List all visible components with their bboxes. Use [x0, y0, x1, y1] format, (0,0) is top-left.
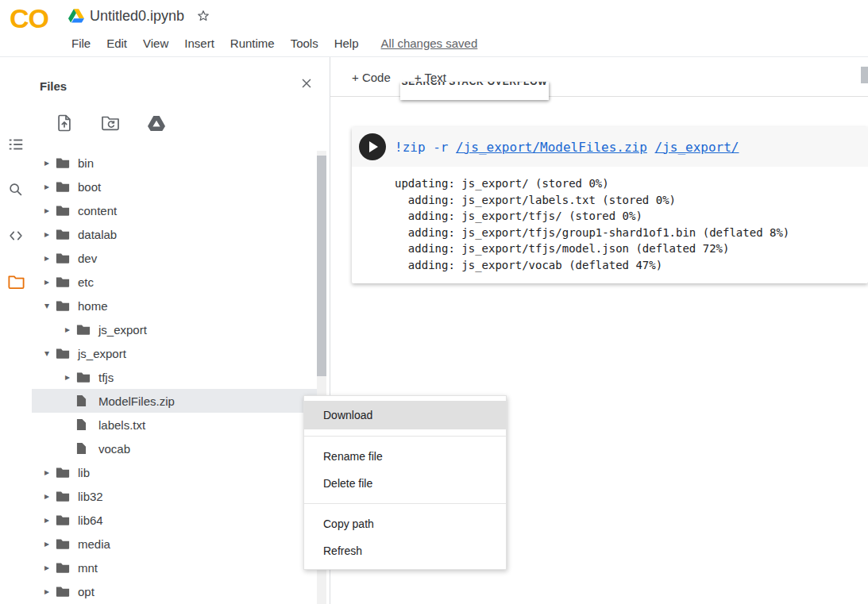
cell-output: updating: js_export/ (stored 0%) adding:… — [395, 167, 865, 273]
upload-icon[interactable] — [54, 113, 75, 133]
tree-item-label: home — [78, 299, 108, 313]
tree-item-content[interactable]: ▸content — [32, 198, 317, 222]
folder-icon[interactable] — [0, 266, 32, 298]
chevron-right-icon[interactable]: ▸ — [38, 562, 56, 573]
menu-insert[interactable]: Insert — [176, 37, 222, 50]
tree-item-opt[interactable]: ▸opt — [32, 579, 317, 603]
tree-item-datalab[interactable]: ▸datalab — [32, 222, 317, 246]
chevron-right-icon[interactable]: ▸ — [38, 538, 56, 549]
tree-item-label: lib64 — [78, 514, 103, 527]
tree-item-mnt[interactable]: ▸mnt — [32, 556, 317, 579]
cell-code-area: !zip -r /js_export/ModelFiles.zip /js_ex… — [352, 127, 868, 167]
file-tree: ▸bin▸boot▸content▸datalab▸dev▸etc▾home▸j… — [32, 151, 317, 603]
folder-icon — [56, 252, 76, 264]
run-cell-button[interactable] — [359, 133, 386, 160]
close-icon[interactable] — [298, 75, 315, 92]
folder-icon — [56, 229, 76, 240]
file-icon — [76, 394, 97, 407]
chevron-right-icon[interactable]: ▸ — [38, 157, 56, 168]
menu-tools[interactable]: Tools — [283, 37, 326, 50]
chevron-right-icon[interactable]: ▸ — [38, 491, 56, 502]
code-text — [647, 140, 655, 155]
search-stack-overflow-button[interactable]: SEARCH STACK OVERFLOW — [400, 82, 549, 100]
left-rail — [0, 57, 32, 604]
tree-item-home[interactable]: ▾home — [32, 294, 317, 317]
tree-item-lib64[interactable]: ▸lib64 — [32, 508, 317, 532]
search-stack-overflow-label: SEARCH STACK OVERFLOW — [400, 82, 549, 87]
play-icon — [369, 141, 378, 152]
tree-item-lib[interactable]: ▸lib — [32, 460, 317, 484]
chevron-down-icon[interactable]: ▾ — [38, 300, 56, 311]
chevron-down-icon[interactable]: ▾ — [38, 348, 56, 359]
tree-item-label: lib32 — [78, 490, 103, 503]
star-icon[interactable] — [195, 8, 211, 24]
mount-drive-icon[interactable] — [146, 113, 167, 133]
tree-item-js_export[interactable]: ▾js_export — [32, 341, 317, 365]
folder-icon — [56, 514, 76, 526]
file-context-menu: DownloadRename fileDelete fileCopy pathR… — [303, 395, 507, 570]
chevron-right-icon[interactable]: ▸ — [38, 514, 56, 525]
chevron-right-icon[interactable]: ▸ — [38, 276, 56, 287]
google-drive-icon — [68, 9, 84, 23]
code-path-link[interactable]: /js_export/ — [655, 140, 739, 155]
refresh-folder-icon[interactable] — [100, 113, 121, 133]
tree-item-label: ModelFiles.zip — [98, 394, 175, 408]
tree-item-label: labels.txt — [98, 418, 145, 432]
context-menu-copy-path[interactable]: Copy path — [304, 510, 506, 537]
tree-item-bin[interactable]: ▸bin — [32, 151, 317, 175]
tree-item-vocab[interactable]: vocab — [32, 437, 317, 460]
notebook-title[interactable]: Untitled0.ipynb — [90, 8, 184, 25]
folder-icon — [56, 348, 76, 360]
menu-bar: FileEditViewInsertRuntimeToolsHelpAll ch… — [64, 32, 477, 54]
chevron-right-icon[interactable]: ▸ — [38, 205, 56, 216]
search-icon[interactable] — [0, 174, 32, 206]
chevron-right-icon[interactable]: ▸ — [59, 324, 76, 335]
tree-item-media[interactable]: ▸media — [32, 532, 317, 556]
chevron-right-icon[interactable]: ▸ — [59, 371, 76, 383]
tree-item-ModelFiles.zip[interactable]: ModelFiles.zip — [32, 389, 317, 413]
chevron-right-icon[interactable]: ▸ — [38, 467, 56, 478]
tree-item-boot[interactable]: ▸boot — [32, 175, 317, 198]
context-menu-delete-file[interactable]: Delete file — [304, 470, 506, 497]
code-path-link[interactable]: /js_export/ModelFiles.zip — [456, 140, 647, 155]
colab-logo[interactable]: CO — [10, 3, 48, 34]
files-scrollbar-thumb[interactable] — [317, 156, 326, 376]
chevron-right-icon[interactable]: ▸ — [38, 586, 56, 597]
menu-help[interactable]: Help — [326, 37, 367, 50]
tree-item-lib32[interactable]: ▸lib32 — [32, 484, 317, 508]
tree-item-etc[interactable]: ▸etc — [32, 270, 317, 294]
code-editor[interactable]: !zip -r /js_export/ModelFiles.zip /js_ex… — [395, 127, 739, 167]
tree-item-label: mnt — [78, 561, 98, 575]
folder-icon — [76, 324, 97, 336]
folder-icon — [56, 300, 76, 312]
notebook-scrollbar-thumb[interactable] — [861, 67, 868, 83]
tree-item-js_export[interactable]: ▸js_export — [32, 317, 317, 341]
files-panel-title: Files — [40, 79, 67, 93]
chevron-right-icon[interactable]: ▸ — [38, 181, 56, 192]
menu-divider — [304, 503, 506, 504]
tree-item-tfjs[interactable]: ▸tfjs — [32, 365, 317, 389]
chevron-right-icon[interactable]: ▸ — [38, 252, 56, 264]
save-status[interactable]: All changes saved — [381, 37, 478, 50]
folder-icon — [76, 371, 97, 383]
menu-view[interactable]: View — [135, 37, 176, 50]
tree-item-label: media — [78, 537, 110, 551]
code-icon[interactable] — [0, 220, 32, 252]
file-icon — [76, 442, 97, 455]
tree-item-label: datalab — [78, 228, 117, 241]
tree-item-labels.txt[interactable]: labels.txt — [32, 413, 317, 437]
tree-item-label: content — [78, 204, 117, 217]
context-menu-download[interactable]: Download — [304, 401, 506, 429]
table-of-contents-icon[interactable] — [0, 129, 32, 160]
code-text: !zip -r — [395, 140, 456, 155]
tree-item-label: dev — [78, 252, 97, 265]
tree-item-dev[interactable]: ▸dev — [32, 246, 317, 270]
menu-runtime[interactable]: Runtime — [222, 37, 283, 50]
context-menu-refresh[interactable]: Refresh — [304, 537, 506, 564]
add-code-button[interactable]: + Code — [352, 71, 391, 84]
menu-file[interactable]: File — [64, 37, 98, 50]
context-menu-rename-file[interactable]: Rename file — [304, 443, 506, 470]
folder-icon — [56, 157, 76, 169]
menu-edit[interactable]: Edit — [98, 37, 135, 50]
chevron-right-icon[interactable]: ▸ — [38, 229, 56, 240]
